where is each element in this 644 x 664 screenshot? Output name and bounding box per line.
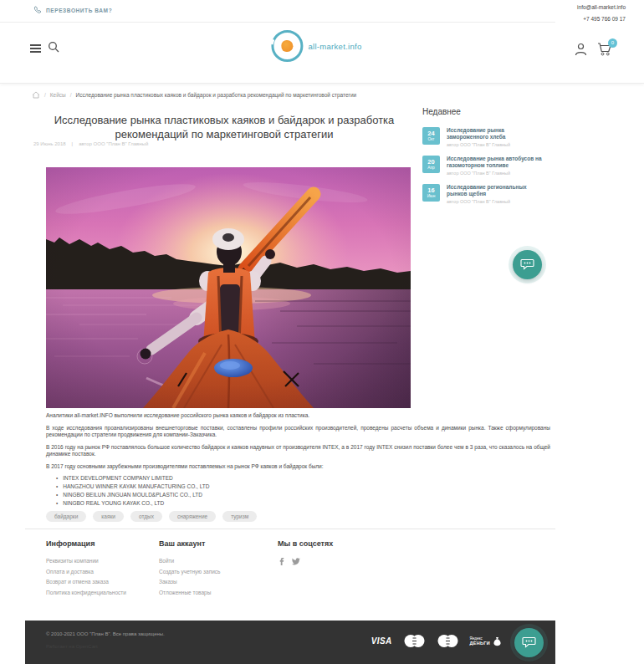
article-paragraph: В 2017 году основными зарубежными произв… [46, 463, 550, 471]
contact-block: info@all-market.info +7 495 766 09 17 [577, 2, 626, 25]
bottom-bar: © 2010-2021 ООО "План В". Все права защи… [25, 621, 555, 664]
footer-heading: Ваш аккаунт [159, 539, 220, 548]
footer-link[interactable]: Политика конфиденциальности [46, 590, 126, 596]
date-badge: 24 Окт [422, 127, 440, 145]
page: ПЕРЕЗВОНИТЬ ВАМ? info@all-market.info +7… [0, 0, 644, 664]
date-badge: 20 Апр [422, 156, 440, 173]
logo-icon [271, 30, 303, 62]
chat-bubble-icon [522, 636, 536, 649]
tag-baydarki[interactable]: байдарки [46, 511, 86, 522]
article-author: автор ООО "План В" Главный [79, 141, 148, 146]
tag-kayaki[interactable]: каяки [93, 511, 124, 522]
chat-widget-button[interactable] [513, 250, 542, 279]
list-item: HANGZHOU WINNER KAYAK MANUFACTURING CO.,… [56, 483, 550, 489]
yandex-money-icon: Яндекс ДЕНЬГИ [470, 636, 502, 646]
cart-icon[interactable]: 0 [597, 43, 612, 59]
yandex-money-label: ДЕНЬГИ [470, 641, 490, 646]
copyright-sub: Работает на OpenCart [46, 644, 98, 649]
visa-icon: VISA [371, 636, 392, 646]
footer-heading: Информация [46, 539, 126, 548]
logo[interactable]: all-market.info [271, 30, 361, 62]
search-icon[interactable] [48, 41, 59, 56]
payment-icons: VISA Яндекс ДЕНЬГИ [371, 634, 502, 648]
footer-link[interactable]: Оплата и доставка [46, 569, 126, 575]
phone-icon [33, 6, 42, 14]
callback-label: ПЕРЕЗВОНИТЬ ВАМ? [46, 8, 112, 13]
manufacturer-list: INTEX DEVELOPMENT COMPANY LIMITED HANGZH… [46, 475, 550, 505]
recent-item-1[interactable]: 24 Окт Исследование рынка замороженного … [422, 127, 556, 147]
footer-link[interactable]: Возврат и отмена заказа [46, 579, 126, 585]
article-photo [46, 167, 411, 408]
logo-text: all-market.info [308, 42, 361, 51]
recent-item-3[interactable]: 16 Июн Исследование региональных рынков … [422, 184, 556, 204]
footer-link[interactable]: Заказы [159, 579, 220, 585]
breadcrumb-section[interactable]: Кейсы [50, 92, 66, 98]
recent-title: Исследование рынка автобусов на газомото… [447, 156, 542, 169]
footer-link[interactable]: Войти [159, 558, 220, 564]
kayak-sunset-image [46, 167, 411, 408]
footer-column-social: Мы в соцсетях [278, 539, 333, 565]
money-bag-icon [493, 636, 502, 646]
breadcrumb: / Кейсы / Исследование рынка пластиковых… [32, 91, 356, 99]
badge-month: Апр [427, 166, 434, 171]
footer-link[interactable]: Создать учетную запись [159, 569, 220, 575]
facebook-icon[interactable] [278, 558, 285, 565]
article-paragraph: В ходе исследования проанализированы вне… [46, 425, 550, 439]
list-item: NINGBO BEILUN JINGUAN MOULD&PLASTIC CO.,… [56, 492, 550, 498]
copyright: © 2010-2021 ООО "План В". Все права защи… [46, 631, 165, 636]
recent-author: автор ООО "План В" Главный [447, 199, 542, 204]
article-paragraph: В 2016 году на рынок РФ поставлялось бол… [46, 444, 550, 458]
account-icon[interactable] [575, 43, 587, 59]
footer-column-info: Информация Реквизиты компании Оплата и д… [46, 539, 126, 600]
breadcrumb-separator: / [70, 92, 72, 98]
recent-author: автор ООО "План В" Главный [447, 171, 542, 176]
list-item: INTEX DEVELOPMENT COMPANY LIMITED [56, 475, 550, 481]
article-meta: 29 Июнь 2018 | автор ООО "План В" Главны… [33, 141, 148, 146]
tag-otdyh[interactable]: отдых [130, 511, 162, 522]
home-icon[interactable] [32, 91, 40, 99]
footer-link[interactable]: Отложенные товары [159, 590, 220, 596]
date-badge: 16 Июн [422, 184, 440, 202]
breadcrumb-current: Исследование рынка пластиковых каяков и … [76, 92, 357, 98]
badge-month: Июн [427, 194, 436, 199]
recent-item-2[interactable]: 20 Апр Исследование рынка автобусов на г… [422, 156, 556, 176]
menu-icon[interactable] [30, 44, 41, 54]
footer-column-account: Ваш аккаунт Войти Создать учетную запись… [159, 539, 220, 600]
article-date: 29 Июнь 2018 [33, 141, 66, 146]
badge-day: 16 [427, 187, 434, 194]
footer-heading: Мы в соцсетях [278, 539, 333, 548]
mastercard-icon [403, 634, 426, 648]
article-paragraph: Аналитики all-market.INFO выполнили иссл… [46, 412, 550, 420]
recent-author: автор ООО "План В" Главный [447, 142, 542, 147]
meta-separator: | [72, 141, 74, 146]
badge-month: Окт [427, 137, 434, 142]
badge-day: 20 [427, 159, 434, 166]
sidebar-title: Недавнее [422, 107, 556, 116]
article-body: Аналитики all-market.INFO выполнили иссл… [46, 412, 550, 522]
tag-snaryazhenie[interactable]: снаряжение [169, 511, 216, 522]
maestro-icon [437, 634, 459, 648]
list-item: NINGBO REAL YOUNG KAYAK CO., LTD [56, 500, 550, 506]
badge-day: 24 [427, 130, 434, 137]
cart-count-badge: 0 [608, 38, 617, 48]
breadcrumb-separator: / [44, 92, 46, 98]
recent-sidebar: Недавнее 24 Окт Исследование рынка замор… [422, 107, 556, 212]
tag-turizm[interactable]: туризм [222, 511, 257, 522]
contact-email[interactable]: info@all-market.info [577, 2, 626, 13]
recent-title: Исследование рынка замороженного хлеба [447, 127, 542, 140]
twitter-icon[interactable] [292, 558, 300, 565]
callback-button[interactable]: ПЕРЕЗВОНИТЬ ВАМ? [33, 6, 112, 14]
page-title: Исследование рынка пластиковых каяков и … [23, 113, 425, 141]
footer-divider [25, 529, 555, 529]
header: all-market.info 0 [0, 23, 644, 84]
recent-title: Исследование региональных рынков щебня [447, 184, 542, 197]
chat-bubble-icon [520, 258, 534, 271]
footer-link[interactable]: Реквизиты компании [46, 558, 126, 564]
chat-widget-button-footer[interactable] [514, 628, 544, 657]
tag-list: байдарки каяки отдых снаряжение туризм [46, 511, 550, 522]
